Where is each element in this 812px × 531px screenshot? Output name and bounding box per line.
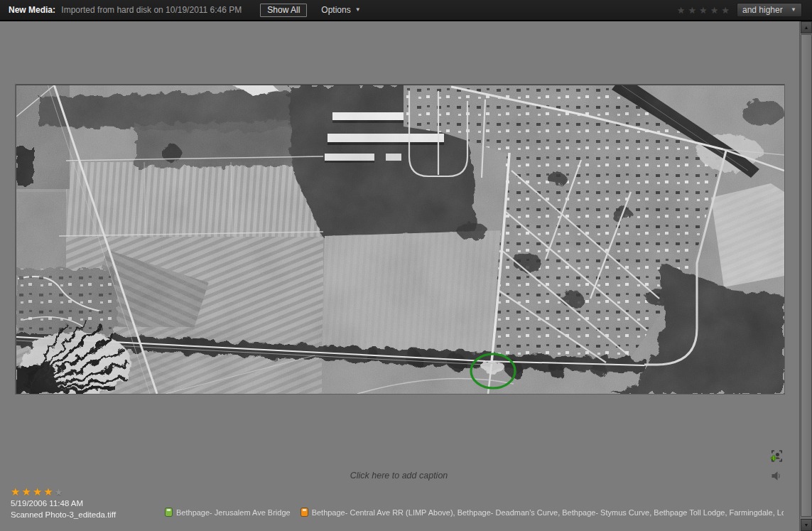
scrollbar-thumb[interactable] [801, 34, 812, 517]
filename: Scanned Photo-3_editeda.tiff [11, 510, 116, 519]
tag-label: Bethpage- Jerusalem Ave Bridge [176, 508, 291, 517]
date-taken: 5/19/2006 11:48 AM [11, 499, 83, 508]
and-higher-label: and higher [742, 5, 783, 15]
scroll-up-button[interactable]: ▲ [801, 21, 812, 33]
star-icon[interactable]: ★ [677, 5, 686, 16]
vertical-scrollbar[interactable]: ▲ ▼ [799, 21, 812, 531]
tag-label: Bethpage- Central Ave RR (LIMP Above), B… [312, 508, 784, 517]
star-icon[interactable]: ★ [43, 486, 53, 498]
star-icon[interactable]: ★ [699, 5, 708, 16]
single-photo-view: Click here to add caption ★★★★★ 5/19/200… [0, 21, 812, 531]
speaker-icon[interactable] [770, 470, 783, 482]
photo[interactable] [16, 85, 784, 394]
tag-icon [165, 508, 173, 517]
options-label: Options [321, 5, 350, 15]
show-all-button[interactable]: Show All [260, 4, 307, 17]
star-icon[interactable]: ★ [710, 5, 719, 16]
top-bar: New Media: Imported from hard disk on 10… [0, 0, 812, 21]
add-person-icon[interactable] [770, 449, 784, 463]
tag-icon [301, 508, 308, 517]
star-icon[interactable]: ★ [721, 5, 730, 16]
scroll-down-button[interactable]: ▼ [801, 519, 812, 531]
rating-stars[interactable]: ★★★★★ [11, 486, 63, 498]
organizer-window: New Media: Imported from hard disk on 10… [0, 0, 812, 531]
star-icon[interactable]: ★ [33, 486, 42, 498]
and-higher-dropdown[interactable]: and higher ▼ [737, 3, 802, 17]
star-icon[interactable]: ★ [55, 487, 63, 498]
aerial-photograph [16, 85, 784, 394]
media-set-title: New Media: Imported from hard disk on 10… [9, 5, 242, 15]
star-icon[interactable]: ★ [688, 5, 696, 16]
chevron-down-icon: ▼ [791, 7, 796, 13]
keyword-tag[interactable]: Bethpage- Central Ave RR (LIMP Above), B… [301, 508, 784, 517]
media-set-detail: Imported from hard disk on 10/19/2011 6:… [61, 5, 242, 15]
keyword-tags: Bethpage- Jerusalem Ave BridgeBethpage- … [165, 508, 784, 517]
star-icon[interactable]: ★ [11, 486, 20, 498]
keyword-tag[interactable]: Bethpage- Jerusalem Ave Bridge [165, 508, 291, 517]
chevron-down-icon: ▼ [355, 7, 361, 13]
media-set-label: New Media: [9, 5, 55, 15]
star-icon[interactable]: ★ [21, 486, 31, 498]
side-tools [770, 449, 786, 489]
caption-placeholder[interactable]: Click here to add caption [0, 471, 798, 481]
options-menu-button[interactable]: Options ▼ [321, 5, 360, 15]
rating-filter-stars[interactable]: ★★★★★ [677, 5, 730, 16]
